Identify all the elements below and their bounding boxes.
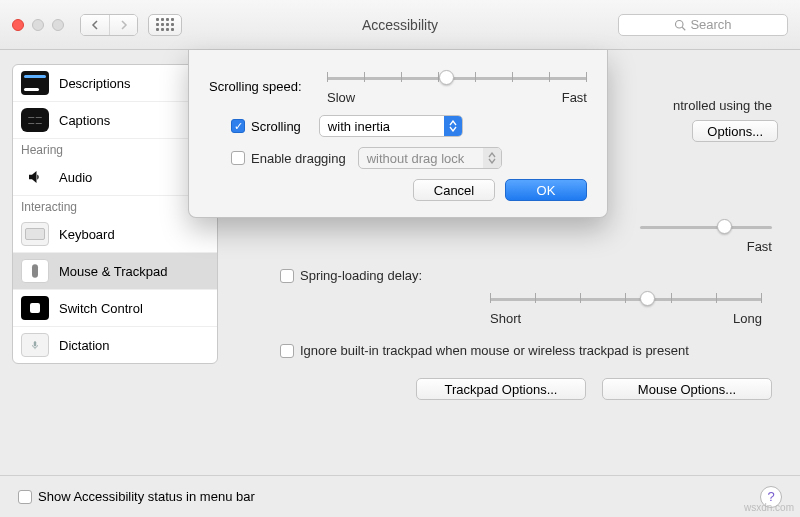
sidebar-item-label: Switch Control [59, 301, 143, 316]
chevron-left-icon [90, 20, 100, 30]
trackpad-options-button[interactable]: Trackpad Options... [416, 378, 586, 400]
svg-rect-3 [34, 341, 37, 346]
dictation-icon [21, 333, 49, 357]
slider-long-label: Long [733, 311, 762, 326]
minimize-window[interactable] [32, 19, 44, 31]
ignore-trackpad-label: Ignore built-in trackpad when mouse or w… [300, 342, 689, 360]
sidebar-item-descriptions[interactable]: Descriptions [13, 65, 217, 102]
show-status-menubar-checkbox[interactable] [18, 490, 32, 504]
slider-short-label: Short [490, 311, 521, 326]
sidebar-item-keyboard[interactable]: Keyboard [13, 216, 217, 253]
sidebar-item-audio[interactable]: Audio [13, 159, 217, 196]
window-controls [12, 19, 64, 31]
sidebar-group-interacting: Interacting [13, 196, 217, 216]
spring-loading-slider[interactable] [490, 289, 762, 309]
window-title: Accessibility [192, 17, 608, 33]
sidebar-item-label: Mouse & Trackpad [59, 264, 167, 279]
dragging-mode-select: without drag lock [358, 147, 502, 169]
spring-loading-label: Spring-loading delay: [300, 268, 422, 283]
forward-button[interactable] [109, 15, 137, 35]
svg-point-0 [676, 20, 684, 28]
watermark: wsxdn.com [744, 502, 794, 513]
slider-slow-label: Slow [327, 90, 355, 105]
zoom-window[interactable] [52, 19, 64, 31]
grid-icon [156, 18, 174, 31]
audio-icon [21, 165, 49, 189]
show-status-menubar-label: Show Accessibility status in menu bar [38, 489, 255, 504]
sidebar-item-label: Audio [59, 170, 92, 185]
cancel-button[interactable]: Cancel [413, 179, 495, 201]
mouse-options-button[interactable]: Mouse Options... [602, 378, 772, 400]
svg-line-1 [683, 27, 686, 30]
enable-dragging-label: Enable dragging [251, 151, 346, 166]
footer: Show Accessibility status in menu bar ? [0, 475, 800, 517]
scrolling-checkbox[interactable] [231, 119, 245, 133]
scrolling-mode-value: with inertia [320, 119, 444, 134]
options-button[interactable]: Options... [692, 120, 778, 142]
scrolling-speed-label: Scrolling speed: [209, 79, 327, 94]
sidebar-item-captions[interactable]: — —— — Captions [13, 102, 217, 139]
descriptions-icon [21, 71, 49, 95]
scrolling-label: Scrolling [251, 119, 301, 134]
sidebar-item-label: Dictation [59, 338, 110, 353]
search-icon [674, 19, 686, 31]
svg-rect-2 [32, 264, 38, 278]
pane-intro-fragment: ntrolled using the [673, 98, 772, 113]
search-field[interactable]: Search [618, 14, 788, 36]
sidebar-item-label: Captions [59, 113, 110, 128]
dragging-mode-value: without drag lock [359, 151, 483, 166]
sidebar-item-label: Descriptions [59, 76, 131, 91]
sidebar-item-mouse-trackpad[interactable]: Mouse & Trackpad [13, 253, 217, 290]
nav-back-forward [80, 14, 138, 36]
scrolling-mode-select[interactable]: with inertia [319, 115, 463, 137]
toolbar: Accessibility Search [0, 0, 800, 50]
ignore-trackpad-checkbox[interactable] [280, 344, 294, 358]
sidebar-item-dictation[interactable]: Dictation [13, 327, 217, 363]
spring-loading-checkbox[interactable] [280, 269, 294, 283]
switch-control-icon [21, 296, 49, 320]
mouse-icon [21, 259, 49, 283]
chevron-right-icon [119, 20, 129, 30]
sidebar-item-label: Keyboard [59, 227, 115, 242]
close-window[interactable] [12, 19, 24, 31]
scrolling-speed-slider[interactable] [327, 68, 587, 88]
chevron-updown-icon [444, 116, 462, 136]
show-all-button[interactable] [148, 14, 182, 36]
chevron-updown-icon [483, 148, 501, 168]
trackpad-options-sheet: Scrolling speed: Slow Fast Scrolling wit… [188, 50, 608, 218]
double-click-speed-slider[interactable] [640, 217, 772, 237]
slider-fast-label: Fast [747, 239, 772, 254]
captions-icon: — —— — [21, 108, 49, 132]
keyboard-icon [21, 222, 49, 246]
ok-button[interactable]: OK [505, 179, 587, 201]
sidebar-group-hearing: Hearing [13, 139, 217, 159]
back-button[interactable] [81, 15, 109, 35]
sidebar-item-switch-control[interactable]: Switch Control [13, 290, 217, 327]
search-placeholder: Search [690, 17, 731, 32]
slider-fast-label: Fast [562, 90, 587, 105]
enable-dragging-checkbox[interactable] [231, 151, 245, 165]
